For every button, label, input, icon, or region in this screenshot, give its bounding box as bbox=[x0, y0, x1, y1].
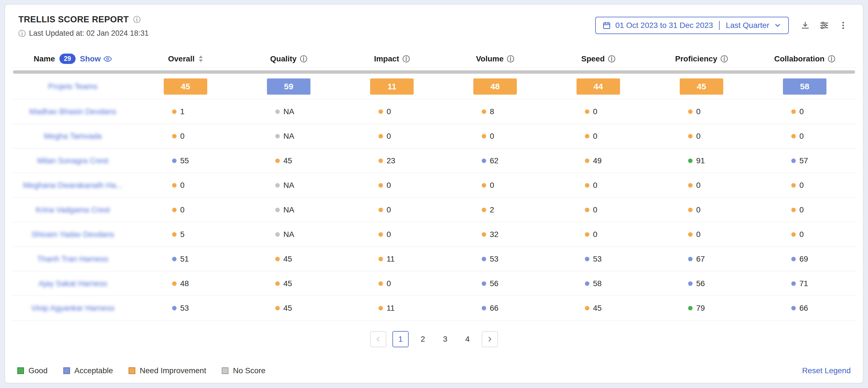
contributor-name-link[interactable]: Meghana Dwarakanath Ha... bbox=[23, 181, 122, 190]
contributor-name-link[interactable]: Shivam Yadav Devdans bbox=[32, 230, 114, 239]
score-level-dot bbox=[791, 257, 796, 261]
score-cell: 0 bbox=[340, 205, 443, 214]
info-icon[interactable]: ⓘ bbox=[828, 55, 835, 62]
score: NA bbox=[275, 205, 302, 214]
column-header-label: Proficiency bbox=[675, 54, 717, 63]
pagination-page-1[interactable]: 1 bbox=[393, 331, 409, 347]
score-cell: 0 bbox=[753, 107, 856, 116]
column-header-quality[interactable]: Qualityⓘ bbox=[237, 54, 340, 63]
pagination-prev-button[interactable] bbox=[370, 331, 386, 347]
show-label: Show bbox=[80, 54, 101, 63]
column-header-volume[interactable]: Volumeⓘ bbox=[443, 54, 547, 63]
score-level-dot bbox=[585, 306, 589, 310]
pagination-page-2[interactable]: 2 bbox=[415, 331, 431, 347]
score-level-dot bbox=[791, 281, 796, 286]
team-name-link[interactable]: Projets Teams bbox=[48, 82, 98, 91]
settings-filter-button[interactable] bbox=[818, 19, 831, 32]
score: 0 bbox=[688, 181, 715, 190]
show-link[interactable]: Show bbox=[80, 54, 112, 63]
title-info-icon[interactable]: ⓘ bbox=[133, 16, 141, 23]
column-header-proficiency[interactable]: Proficiencyⓘ bbox=[650, 54, 753, 63]
table-row: Ajay Sakat Harness4845056585671 bbox=[12, 271, 856, 296]
column-header-impact[interactable]: Impactⓘ bbox=[340, 54, 443, 63]
contributor-name-link[interactable]: Madhav Bhasin Devdans bbox=[29, 107, 116, 116]
score-cell: 53 bbox=[443, 255, 547, 264]
score-level-dot bbox=[791, 183, 796, 187]
score: 0 bbox=[378, 107, 405, 116]
score-level-dot bbox=[378, 257, 383, 261]
contributor-name-link[interactable]: Ajay Sakat Harness bbox=[38, 279, 107, 288]
table-row: Meghana Dwarakanath Ha...0NA00000 bbox=[12, 173, 856, 198]
pagination-page-3[interactable]: 3 bbox=[437, 331, 453, 347]
score-cell: 48 bbox=[134, 279, 237, 288]
score: 49 bbox=[585, 156, 612, 165]
date-preset-label: Last Quarter bbox=[726, 21, 769, 30]
legend-item-acceptable[interactable]: Acceptable bbox=[63, 366, 113, 375]
pagination: 1234 bbox=[5, 331, 863, 347]
info-icon[interactable]: ⓘ bbox=[402, 55, 410, 62]
column-header-label: Impact bbox=[374, 54, 399, 63]
contributor-name-link[interactable]: Milan Sonagra Crest bbox=[37, 156, 108, 165]
score-level-dot bbox=[688, 306, 692, 310]
column-header-label: Quality bbox=[270, 54, 297, 63]
score-value: 56 bbox=[490, 279, 498, 288]
info-icon[interactable]: ⓘ bbox=[720, 55, 728, 62]
score-cell: 0 bbox=[650, 132, 753, 141]
score-value: 0 bbox=[386, 230, 391, 239]
score-level-dot bbox=[275, 183, 280, 187]
legend-item-good[interactable]: Good bbox=[17, 366, 48, 375]
name-cell: Meghana Dwarakanath Ha... bbox=[12, 181, 134, 190]
table-row: Thanh Tran Harness51451153536769 bbox=[12, 247, 856, 271]
score: 2 bbox=[482, 205, 508, 214]
column-header-overall[interactable]: Overall bbox=[134, 54, 237, 63]
download-icon bbox=[801, 21, 810, 30]
sort-icon[interactable] bbox=[199, 56, 203, 62]
score-level-dot bbox=[378, 306, 383, 310]
score-level-dot bbox=[791, 208, 796, 212]
contributor-name-link[interactable]: Vinip Agyankar Harness bbox=[31, 304, 114, 312]
kebab-menu-button[interactable] bbox=[837, 19, 849, 32]
score-cell: 0 bbox=[134, 132, 237, 141]
score-cell: 0 bbox=[650, 107, 753, 116]
score-cell: 69 bbox=[753, 255, 856, 264]
score-cell: 0 bbox=[753, 181, 856, 190]
score-value: 0 bbox=[490, 132, 494, 141]
score: 45 bbox=[275, 304, 302, 312]
score: 45 bbox=[585, 304, 612, 312]
date-range-picker[interactable]: 01 Oct 2023 to 31 Dec 2023 Last Quarter bbox=[595, 17, 789, 34]
score-level-dot bbox=[378, 281, 383, 286]
score: 45 bbox=[275, 255, 302, 264]
score: 0 bbox=[585, 205, 612, 214]
contributor-name-link[interactable]: Krina Vadgama Crest bbox=[36, 205, 110, 214]
pagination-next-button[interactable] bbox=[482, 331, 498, 347]
name-cell: Thanh Tran Harness bbox=[12, 255, 134, 264]
legend-item-need-improvement[interactable]: Need Improvement bbox=[129, 366, 206, 375]
column-header-speed[interactable]: Speedⓘ bbox=[547, 54, 650, 63]
contributor-name-link[interactable]: Thanh Tran Harness bbox=[37, 255, 108, 264]
legend-item-no-score[interactable]: No Score bbox=[222, 366, 266, 375]
score: NA bbox=[275, 181, 302, 190]
score-level-dot bbox=[172, 158, 177, 163]
score-value: 0 bbox=[799, 181, 804, 190]
score-level-dot bbox=[688, 281, 692, 286]
score-value: 0 bbox=[386, 205, 391, 214]
info-icon[interactable]: ⓘ bbox=[507, 55, 514, 62]
legend-swatch bbox=[222, 367, 228, 374]
score-cell: 0 bbox=[650, 230, 753, 239]
pagination-page-4[interactable]: 4 bbox=[459, 331, 475, 347]
column-header-collaboration[interactable]: Collaborationⓘ bbox=[753, 54, 856, 63]
score-value: 45 bbox=[283, 255, 292, 264]
horizontal-scrollbar[interactable] bbox=[13, 70, 855, 74]
info-icon[interactable]: ⓘ bbox=[608, 55, 615, 62]
contributor-name-link[interactable]: Megha Tamvada bbox=[44, 132, 102, 141]
column-header-label: Overall bbox=[168, 54, 195, 63]
kebab-menu-icon bbox=[838, 21, 848, 30]
score-level-dot bbox=[585, 183, 589, 187]
score-value: 0 bbox=[180, 181, 185, 190]
info-icon[interactable]: ⓘ bbox=[300, 55, 307, 62]
score-level-dot bbox=[378, 183, 383, 187]
reset-legend-link[interactable]: Reset Legend bbox=[802, 366, 851, 375]
score-level-dot bbox=[585, 257, 589, 261]
score-level-dot bbox=[585, 110, 589, 114]
download-button[interactable] bbox=[799, 19, 812, 32]
